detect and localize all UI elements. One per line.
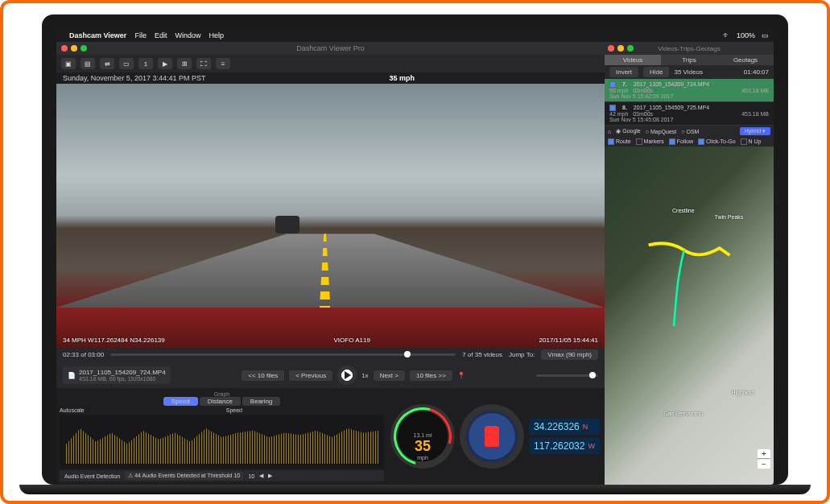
car-icon bbox=[485, 426, 499, 447]
item-checkbox[interactable] bbox=[609, 81, 616, 88]
map-label: San Bernardino bbox=[664, 411, 704, 416]
tab-bearing[interactable]: Bearing bbox=[242, 397, 281, 406]
side-title: Videos-Trips-Geotags bbox=[658, 45, 720, 52]
tab-trips[interactable]: Trips bbox=[661, 55, 717, 65]
invert-button[interactable]: Invert bbox=[609, 67, 638, 77]
playhead-time: 02:33 of 03:00 bbox=[63, 351, 104, 358]
laptop-base bbox=[19, 485, 811, 494]
overlay-datetime: 2017/11/05 15:44:41 bbox=[539, 337, 598, 344]
tab-videos[interactable]: Videos bbox=[605, 55, 661, 65]
battery-label: 100% bbox=[737, 31, 755, 39]
side-zoom-icon[interactable] bbox=[627, 45, 634, 52]
geotag-pin-icon[interactable]: 📍 bbox=[457, 372, 465, 379]
hide-button[interactable]: Hide bbox=[643, 67, 669, 77]
window-titlebar[interactable]: Dashcam Viewer Pro bbox=[56, 42, 605, 55]
file-meta: 453.18 MB, 60 fps, 1920x1080 bbox=[79, 376, 166, 382]
video-timestamp: Sunday, November 5, 2017 3:44:41 PM PST bbox=[63, 74, 205, 82]
audio-status: ⚠ 44 Audio Events Detected at Threshold … bbox=[125, 472, 243, 480]
maptype-select[interactable]: Hybrid ▾ bbox=[740, 127, 770, 135]
back-10-button[interactable]: << 10 files bbox=[242, 370, 284, 381]
provider-mapquest[interactable]: MapQuest bbox=[650, 129, 676, 134]
opt-clicktogo[interactable]: Click-To-Go bbox=[706, 138, 736, 144]
dashboard-panel: 13.1 mi 35 mph 34.226326N 117.262032W bbox=[387, 388, 605, 485]
graph-panel: Graph Speed Distance Bearing AutoscaleSp… bbox=[56, 388, 387, 485]
speed-gauge: 13.1 mi 35 mph bbox=[390, 404, 455, 469]
menu-edit[interactable]: Edit bbox=[155, 31, 167, 39]
file-name: 2017_1105_154209_724.MP4 bbox=[79, 369, 166, 376]
window-title: Dashcam Viewer Pro bbox=[296, 44, 364, 52]
video-list: 7.2017_1105_154209_724.MP4 50 mph 03m00s… bbox=[605, 79, 774, 126]
tool-audio-icon[interactable]: ≡ bbox=[216, 58, 230, 69]
gauge-unit: mph bbox=[417, 455, 428, 461]
macos-menubar: Dashcam Viewer File Edit Window Help ᯤ 1… bbox=[56, 29, 774, 42]
menu-file[interactable]: File bbox=[134, 31, 147, 39]
tool-number-icon[interactable]: 1 bbox=[138, 58, 153, 69]
file-info: 📄 2017_1105_154209_724.MP4 453.18 MB, 60… bbox=[63, 366, 171, 384]
video-counter: 7 of 35 videos bbox=[462, 351, 502, 358]
tool-camera-icon[interactable]: ▣ bbox=[61, 58, 76, 69]
tool-grid-icon[interactable]: ⊞ bbox=[177, 58, 192, 69]
audio-detection-label: Audio Event Detection bbox=[64, 473, 120, 479]
play-button[interactable] bbox=[337, 366, 357, 385]
app-menu[interactable]: Dashcam Viewer bbox=[69, 31, 126, 39]
opt-route[interactable]: Route bbox=[616, 138, 631, 144]
tab-speed[interactable]: Speed bbox=[163, 397, 198, 406]
next-button[interactable]: Next > bbox=[374, 370, 405, 381]
tool-camera2-icon[interactable]: ▤ bbox=[81, 58, 95, 69]
item-checkbox[interactable] bbox=[609, 105, 616, 111]
longitude-display: 117.262032W bbox=[529, 438, 600, 454]
graph-title: Speed bbox=[226, 407, 242, 413]
jump-select[interactable]: Vmax (90 mph) bbox=[541, 349, 598, 360]
compass-gauge bbox=[460, 404, 524, 469]
tool-link-icon[interactable]: ⇄ bbox=[100, 58, 114, 69]
speed-header: 35 mph bbox=[389, 74, 415, 82]
main-toolbar: ▣ ▤ ⇄ ▭ 1 ▶ ⊞ ⛶ ≡ bbox=[56, 55, 605, 72]
video-player[interactable]: 34 MPH W117.262484 N34.226139 VIOFO A119… bbox=[56, 84, 605, 347]
speed-graph[interactable] bbox=[60, 415, 384, 469]
scrub-bar[interactable] bbox=[110, 353, 456, 356]
tool-screen-icon[interactable]: ▭ bbox=[119, 58, 134, 69]
overlay-camera: VIOFO A119 bbox=[334, 337, 370, 344]
tab-geotags[interactable]: Geotags bbox=[717, 55, 774, 65]
tool-play-icon[interactable]: ▶ bbox=[158, 58, 172, 69]
jump-label: Jump To: bbox=[509, 351, 535, 358]
zoom-icon[interactable] bbox=[81, 45, 87, 52]
prev-button[interactable]: < Previous bbox=[289, 370, 332, 381]
map-label: Crestline bbox=[672, 208, 695, 213]
side-titlebar[interactable]: Videos-Trips-Geotags bbox=[605, 42, 774, 55]
playback-speed[interactable]: 1x bbox=[361, 372, 368, 379]
close-icon[interactable] bbox=[61, 45, 68, 52]
list-item[interactable]: 8.2017_1105_154509_725.MP4 42 mph 03m00s… bbox=[605, 102, 774, 126]
opt-markers[interactable]: Markers bbox=[644, 138, 664, 144]
autoscale-label[interactable]: Autoscale bbox=[60, 407, 85, 413]
audio-threshold[interactable]: 10 bbox=[248, 473, 254, 479]
provider-osm[interactable]: OSM bbox=[686, 129, 699, 134]
volume-slider[interactable] bbox=[536, 374, 598, 377]
tab-distance[interactable]: Distance bbox=[200, 397, 241, 406]
latitude-display: 34.226326N bbox=[529, 419, 600, 435]
side-min-icon[interactable] bbox=[617, 45, 624, 52]
opt-nup[interactable]: N Up bbox=[749, 138, 762, 144]
audio-next-icon[interactable]: ▶ bbox=[268, 473, 272, 479]
map-view[interactable]: Crestline Twin Peaks San Bernardino High… bbox=[605, 147, 774, 485]
menu-window[interactable]: Window bbox=[175, 31, 200, 39]
opt-follow[interactable]: Follow bbox=[677, 138, 693, 144]
file-icon: 📄 bbox=[68, 372, 76, 379]
tool-expand-icon[interactable]: ⛶ bbox=[196, 58, 211, 69]
audio-prev-icon[interactable]: ◀ bbox=[259, 473, 263, 479]
battery-icon: ▭ bbox=[762, 31, 769, 39]
gauge-speed: 35 bbox=[415, 438, 431, 455]
fwd-10-button[interactable]: 10 files >> bbox=[410, 370, 452, 381]
overlay-gps: 34 MPH W117.262484 N34.226139 bbox=[63, 337, 165, 344]
provider-google[interactable]: Google bbox=[622, 128, 641, 134]
wifi-icon[interactable]: ᯤ bbox=[723, 31, 730, 39]
side-close-icon[interactable] bbox=[608, 45, 614, 52]
minimize-icon[interactable] bbox=[71, 45, 77, 52]
home-icon[interactable]: ⌂ bbox=[608, 129, 611, 134]
video-count: 35 Videos bbox=[674, 68, 702, 76]
map-label: Twin Peaks bbox=[715, 214, 744, 220]
list-item[interactable]: 7.2017_1105_154209_724.MP4 50 mph 03m00s… bbox=[605, 79, 774, 102]
map-zoom[interactable]: +− bbox=[758, 449, 770, 469]
map-label: Highland bbox=[732, 390, 754, 395]
menu-help[interactable]: Help bbox=[209, 31, 224, 39]
